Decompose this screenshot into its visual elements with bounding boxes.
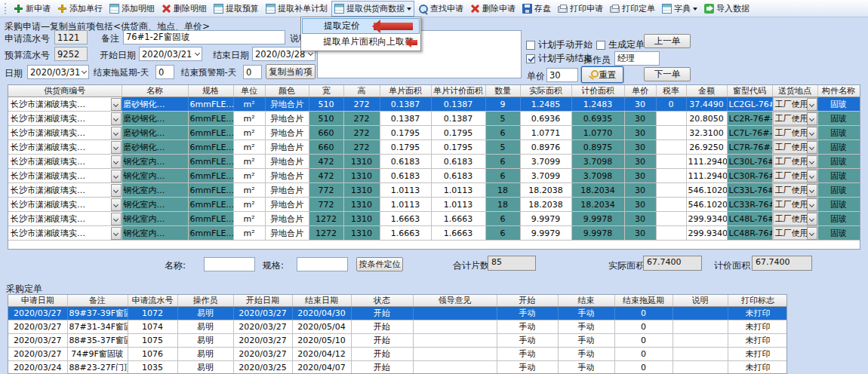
column-header[interactable]: 实际面积 bbox=[520, 85, 571, 97]
dropdown-button[interactable] bbox=[807, 170, 817, 182]
toolbar-button-extract-budget[interactable]: 提取预算 bbox=[211, 1, 262, 17]
toolbar-button-add-detail[interactable]: 添加明细 bbox=[106, 1, 158, 17]
end-delay-field[interactable]: 0 bbox=[155, 65, 174, 79]
end-warn-field[interactable]: 0 bbox=[243, 65, 262, 79]
column-header[interactable]: 开始日期 bbox=[233, 295, 292, 307]
plan-manual-end-checkbox[interactable]: 计划手动结束 bbox=[526, 52, 593, 65]
spec-filter-input[interactable] bbox=[297, 257, 348, 271]
request-detail-row[interactable]: 长沙市潇湘玻璃实…钢化室内…6mmFLE…m²异地合片77213101.0113… bbox=[8, 198, 860, 212]
grid-cell[interactable]: 长沙市潇湘玻璃实… bbox=[8, 169, 122, 183]
grid-cell[interactable]: 长沙市潇湘玻璃实… bbox=[8, 155, 122, 169]
toolbar-button-dictionary[interactable]: 字典 bbox=[659, 1, 700, 17]
dropdown-button[interactable] bbox=[807, 112, 817, 125]
column-header[interactable]: 打印标志 bbox=[728, 295, 787, 307]
grid-cell[interactable]: 工厂使用 bbox=[772, 140, 817, 155]
column-header[interactable]: 税率 bbox=[656, 85, 686, 97]
grid-cell[interactable]: 长沙市潇湘玻璃实… bbox=[8, 140, 122, 155]
toolbar-button-extract-supplement-plan[interactable]: 提取补单计划 bbox=[263, 1, 331, 17]
grid-cell[interactable]: 工厂使用 bbox=[772, 112, 817, 126]
grid-cell[interactable]: 长沙市潇湘玻璃实… bbox=[8, 226, 122, 241]
toolbar-button-new-request[interactable]: 新申请 bbox=[11, 1, 54, 17]
dropdown-button[interactable] bbox=[111, 127, 122, 139]
column-header[interactable]: 结束拖延期 bbox=[614, 295, 673, 307]
reset-button[interactable]: 重置 bbox=[581, 66, 623, 83]
request-no-field[interactable]: 1121 bbox=[54, 30, 88, 44]
dropdown-button[interactable] bbox=[807, 184, 817, 197]
grid-cell[interactable]: 工厂使用 bbox=[772, 198, 817, 212]
date-combo[interactable]: 2020/03/31 bbox=[27, 65, 89, 79]
dropdown-button[interactable] bbox=[111, 184, 122, 197]
request-detail-row[interactable]: 长沙市潇湘玻璃实…磨砂钢化…6mmFLE…m²异地合片5102720.13870… bbox=[8, 97, 860, 112]
grid-cell[interactable]: 长沙市潇湘玻璃实… bbox=[8, 212, 122, 226]
column-header[interactable]: 颜色 bbox=[265, 85, 309, 97]
grid-cell[interactable]: 工厂使用 bbox=[772, 155, 817, 169]
menu-item-extract-pricing[interactable]: 提取定价 bbox=[302, 18, 420, 34]
locate-by-condition-button[interactable]: 按条件定位 bbox=[356, 257, 403, 271]
menu-item-extract-area-roundup[interactable]: 提取单片面积向上取整 bbox=[302, 34, 420, 50]
grid-cell[interactable]: 长沙市潇湘玻璃实… bbox=[8, 183, 122, 198]
dropdown-button[interactable] bbox=[111, 227, 122, 240]
unit-price-field[interactable]: 30 bbox=[546, 68, 578, 82]
toolbar-button-delete-detail[interactable]: 删除明细 bbox=[159, 1, 210, 17]
order-row[interactable]: 2020/03/2787#31-34F窗固玻1074易明2020/03/2720… bbox=[8, 320, 787, 334]
toolbar-button-print-order[interactable]: 打印定单 bbox=[607, 1, 658, 17]
toolbar-button-print-request[interactable]: 打印申请 bbox=[555, 1, 606, 17]
column-header[interactable]: 数量 bbox=[485, 85, 520, 97]
toolbar-button-delete-request[interactable]: 删除申请 bbox=[467, 1, 519, 17]
remark-field[interactable]: 76#1-2F窗固玻 bbox=[123, 30, 285, 44]
dropdown-button[interactable] bbox=[111, 213, 122, 225]
order-row[interactable]: 2020/03/2488#23-27F门顶玻1035易明2020/03/2520… bbox=[8, 361, 787, 374]
budget-no-field[interactable]: 9252 bbox=[54, 47, 88, 61]
grid-cell[interactable]: 工厂使用 bbox=[772, 126, 817, 140]
grid-cell[interactable]: 长沙市潇湘玻璃实… bbox=[8, 126, 122, 140]
toolbar-button-import-data[interactable]: 导入数据 bbox=[701, 1, 753, 17]
dropdown-button[interactable] bbox=[807, 155, 817, 168]
column-header[interactable]: 状态 bbox=[351, 295, 413, 307]
grid-cell[interactable]: 工厂使用 bbox=[772, 226, 817, 241]
prev-order-button[interactable]: 上一单 bbox=[644, 34, 691, 48]
column-header[interactable]: 领导意见 bbox=[413, 295, 497, 307]
column-header[interactable]: 计价面积 bbox=[571, 85, 624, 97]
name-filter-input[interactable] bbox=[204, 257, 255, 271]
plan-manual-start-checkbox[interactable]: 计划手动开始 bbox=[526, 38, 593, 51]
dropdown-button[interactable] bbox=[807, 141, 817, 154]
toolbar-button-find-request[interactable]: 查找申请 bbox=[415, 1, 466, 17]
toolbar-button-save[interactable]: 存盘 bbox=[519, 1, 554, 17]
column-header[interactable]: 名称 bbox=[122, 85, 188, 97]
request-detail-row[interactable]: 长沙市潇湘玻璃实…钢化室内…6mmFLE…m²异地合片127213101.666… bbox=[8, 212, 860, 226]
column-header[interactable]: 构件名称 bbox=[817, 85, 860, 97]
column-header[interactable]: 规格 bbox=[188, 85, 233, 97]
column-header[interactable]: 供货商编号 bbox=[8, 85, 122, 97]
column-header[interactable]: 窗型代码 bbox=[727, 85, 772, 97]
column-header[interactable]: 高 bbox=[343, 85, 380, 97]
start-date-combo[interactable]: 2020/03/21 bbox=[139, 47, 202, 61]
grid-cell[interactable]: 工厂使用 bbox=[772, 183, 817, 198]
order-row[interactable]: 2020/03/2774#9F窗固玻1076易明2020/03/272020/0… bbox=[8, 348, 787, 361]
request-detail-row[interactable]: 长沙市潇湘玻璃实…钢化室内…6mmFLE…m²异地合片47213100.6183… bbox=[8, 155, 860, 169]
dropdown-button[interactable] bbox=[111, 141, 122, 154]
toolbar-button-add-row[interactable]: 添加单行 bbox=[54, 1, 106, 17]
grid-cell[interactable]: 工厂使用 bbox=[772, 97, 817, 112]
dropdown-button[interactable] bbox=[807, 227, 817, 240]
column-header[interactable]: 备注 bbox=[67, 295, 128, 307]
column-header[interactable]: 开始 bbox=[497, 295, 558, 307]
column-header[interactable]: 单位 bbox=[233, 85, 265, 97]
dropdown-button[interactable] bbox=[807, 213, 817, 225]
column-header[interactable]: 宽 bbox=[309, 85, 343, 97]
column-header[interactable]: 单片面积 bbox=[380, 85, 431, 97]
dropdown-button[interactable] bbox=[111, 155, 122, 168]
grid-cell[interactable]: 长沙市潇湘玻璃实… bbox=[8, 198, 122, 212]
column-header[interactable]: 申请流水号 bbox=[128, 295, 177, 307]
request-detail-row[interactable]: 长沙市潇湘玻璃实…钢化室内…6mmFLE…m²异地合片127213101.666… bbox=[8, 226, 860, 241]
generate-order-checkbox[interactable]: 生成定单 bbox=[596, 38, 645, 51]
dropdown-button[interactable] bbox=[807, 198, 817, 211]
column-header[interactable]: 操作员 bbox=[177, 295, 233, 307]
grid-cell[interactable]: 工厂使用 bbox=[772, 212, 817, 226]
request-detail-row[interactable]: 长沙市潇湘玻璃实…磨砂钢化…6mmFLE…m²异地合片6602720.17950… bbox=[8, 126, 860, 140]
dropdown-button[interactable] bbox=[111, 112, 122, 125]
column-header[interactable]: 结束 bbox=[558, 295, 614, 307]
grid-cell[interactable]: 长沙市潇湘玻璃实… bbox=[8, 97, 122, 112]
next-order-button[interactable]: 下一单 bbox=[644, 67, 691, 81]
toolbar-button-extract-supplier-data[interactable]: 提取供货商数据 bbox=[331, 1, 414, 17]
column-header[interactable]: 申请日期 bbox=[8, 295, 67, 307]
